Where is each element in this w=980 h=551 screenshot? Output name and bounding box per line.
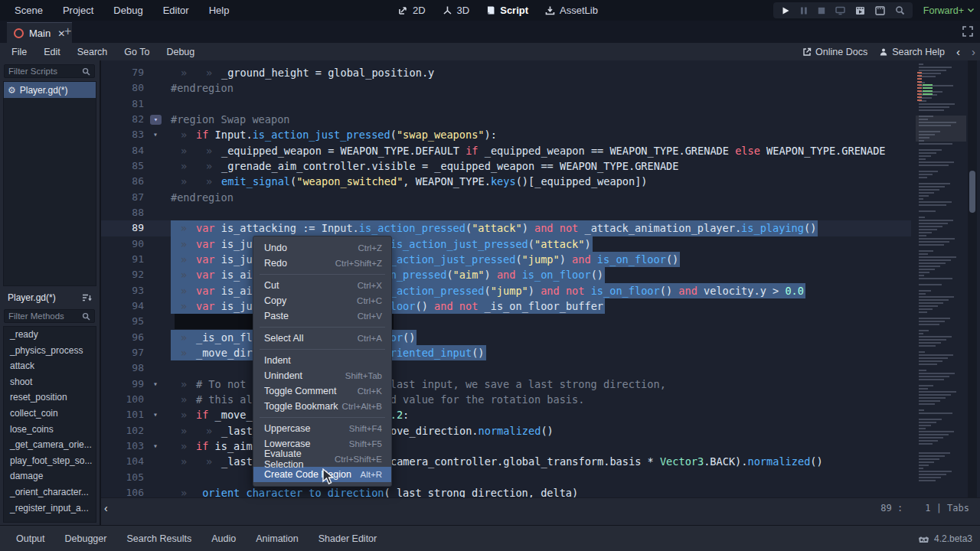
minimap-added-mark: [923, 87, 933, 89]
online-docs-button[interactable]: Online Docs: [802, 47, 867, 57]
minimap-bar: [919, 198, 923, 200]
workspace-3d-button[interactable]: 3D: [443, 5, 470, 16]
tab-indent-mark: »: [171, 65, 196, 80]
method-item-get-camera-orie[interactable]: _get_camera_orie...: [4, 437, 96, 453]
tab-indent-mark: »: [196, 454, 221, 469]
external-link-icon: [802, 47, 812, 57]
method-item-damage[interactable]: damage: [4, 468, 96, 484]
remote-debug-button[interactable]: [835, 6, 845, 15]
method-item-orient-character[interactable]: _orient_character...: [4, 484, 96, 500]
minimap-bar: [919, 161, 954, 163]
context-menu-item-copy[interactable]: CopyCtrl+C: [253, 293, 391, 308]
scene-tab-main[interactable]: Main ✕: [7, 22, 72, 44]
add-scene-tab-button[interactable]: +: [64, 25, 71, 37]
code-line: 81: [101, 96, 980, 112]
bottom-tab-audio[interactable]: Audio: [201, 530, 246, 548]
filter-scripts-input[interactable]: Filter Scripts: [4, 64, 95, 78]
token: (: [446, 269, 452, 281]
minimap-bar: [919, 122, 956, 123]
tab-indent-mark: »: [171, 298, 196, 314]
workspace-assetlib-button[interactable]: AssetLib: [545, 5, 598, 16]
token: Vector3: [660, 455, 704, 468]
context-menu-item-redo[interactable]: RedoCtrl+Shift+Z: [253, 256, 391, 271]
filter-methods-input[interactable]: Filter Methods: [4, 309, 95, 323]
method-item-ready[interactable]: _ready: [4, 327, 96, 343]
history-forward-button[interactable]: ›: [972, 46, 975, 57]
script-item-player-gd[interactable]: ⚙Player.gd(*): [4, 82, 96, 98]
scrollbar-thumb[interactable]: [969, 171, 975, 213]
code-editor[interactable]: 79»»_ground_height = global_position.y80…: [101, 60, 980, 497]
bottom-tab-search-results[interactable]: Search Results: [116, 530, 201, 548]
fold-arrow-icon[interactable]: ▾: [149, 407, 162, 422]
menu-editor[interactable]: Editor: [153, 5, 199, 16]
context-menu-label: Cut: [264, 280, 279, 291]
play-custom-scene-button[interactable]: [875, 6, 885, 15]
collapse-scripts-panel-button[interactable]: ‹: [104, 502, 108, 514]
main-menus: SceneProjectDebugEditorHelp: [0, 5, 239, 16]
token: and: [497, 269, 516, 281]
script-menu-search[interactable]: Search: [69, 47, 116, 57]
code-line: 99▾»# To not orient quickly to the last …: [101, 377, 980, 392]
editor-scrollbar[interactable]: [968, 60, 977, 497]
pause-button[interactable]: [800, 6, 808, 15]
context-menu-label: Indent: [264, 355, 291, 366]
play-button[interactable]: [781, 6, 790, 15]
workspace-2d-button[interactable]: 2D: [398, 5, 426, 16]
context-menu-item-select-all[interactable]: Select AllCtrl+A: [253, 331, 391, 346]
code-region-fold-icon[interactable]: ▾: [150, 115, 162, 125]
bottom-tab-shader-editor[interactable]: Shader Editor: [309, 530, 387, 548]
workspace-script-button[interactable]: Script: [486, 5, 528, 16]
context-menu-item-toggle-bookmark[interactable]: Toggle BookmarkCtrl+Alt+B: [253, 399, 391, 414]
bottom-tab-animation[interactable]: Animation: [246, 530, 309, 548]
sort-methods-icon[interactable]: [82, 293, 92, 302]
context-menu-separator: [260, 274, 385, 275]
fold-arrow-icon[interactable]: ▾: [149, 127, 162, 142]
context-menu-item-unindent[interactable]: UnindentShift+Tab: [253, 368, 391, 383]
method-item-reset-position[interactable]: reset_position: [4, 390, 96, 406]
context-menu-item-paste[interactable]: PasteCtrl+V: [253, 308, 391, 324]
movie-maker-button[interactable]: [895, 5, 905, 15]
minimap-bar: [919, 345, 936, 347]
method-item-lose-coins[interactable]: lose_coins: [4, 422, 96, 438]
token: if: [196, 129, 215, 141]
script-menu-file[interactable]: File: [3, 47, 35, 57]
menu-help[interactable]: Help: [199, 5, 240, 16]
history-back-button[interactable]: ‹: [956, 46, 960, 57]
token: (: [528, 238, 534, 250]
context-menu-item-toggle-comment[interactable]: Toggle CommentCtrl+K: [253, 383, 391, 399]
search-help-button[interactable]: Search Help: [879, 47, 945, 57]
renderer-select[interactable]: Forward+: [923, 0, 974, 21]
token: not: [459, 300, 479, 312]
distraction-free-icon[interactable]: [962, 26, 973, 37]
method-item-physics-process[interactable]: _physics_process: [4, 343, 96, 359]
context-menu-item-undo[interactable]: UndoCtrl+Z: [253, 240, 391, 256]
token: and: [434, 300, 453, 312]
menu-project[interactable]: Project: [53, 5, 103, 16]
stop-button[interactable]: [818, 6, 825, 15]
code-minimap[interactable]: [916, 60, 966, 497]
token: is_on_floor: [597, 253, 666, 266]
bottom-tab-output[interactable]: Output: [6, 530, 55, 548]
token: var: [196, 222, 215, 234]
method-item-register-input-a[interactable]: _register_input_a...: [4, 500, 96, 517]
context-menu-item-cut[interactable]: CutCtrl+X: [253, 278, 391, 293]
fold-arrow-icon[interactable]: ▾: [149, 377, 162, 392]
context-menu-item-indent[interactable]: Indent: [253, 353, 391, 368]
play-scene-button[interactable]: [855, 6, 865, 15]
minimap-bar: [919, 376, 949, 377]
bottom-tab-debugger[interactable]: Debugger: [55, 530, 117, 548]
method-item-play-foot-step-so[interactable]: play_foot_step_so...: [4, 453, 96, 469]
token: (): [804, 222, 816, 234]
method-item-attack[interactable]: attack: [4, 358, 96, 374]
method-item-shoot[interactable]: shoot: [4, 374, 96, 390]
script-menu-edit[interactable]: Edit: [35, 47, 69, 57]
menu-scene[interactable]: Scene: [5, 5, 53, 16]
minimap-bar: [919, 465, 929, 466]
context-menu-item-evaluate-selection[interactable]: Evaluate SelectionCtrl+Shift+E: [253, 452, 391, 467]
script-menu-debug[interactable]: Debug: [158, 47, 203, 57]
menu-debug[interactable]: Debug: [103, 5, 152, 16]
method-item-collect-coin[interactable]: collect_coin: [4, 406, 96, 422]
context-menu-item-uppercase[interactable]: UppercaseShift+F4: [253, 421, 391, 436]
fold-arrow-icon[interactable]: ▾: [149, 439, 162, 454]
script-menu-go-to[interactable]: Go To: [116, 47, 158, 57]
